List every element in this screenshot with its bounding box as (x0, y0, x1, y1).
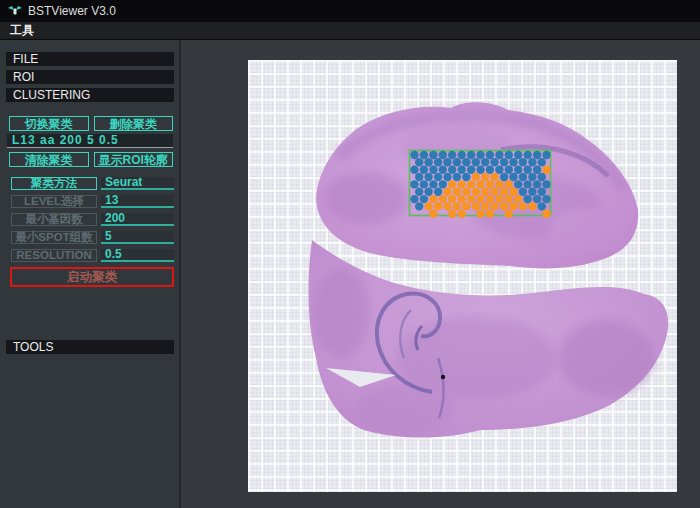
tissue-image (248, 60, 677, 492)
menu-item-tools[interactable]: 工具 (10, 22, 34, 39)
tissue-speck (441, 375, 445, 379)
app-icon (8, 6, 22, 17)
start-cluster-highlight-box: 启动聚类 (10, 267, 174, 287)
min-genes-button[interactable]: 最小基因数 (11, 213, 97, 226)
switch-cluster-button[interactable]: 切换聚类 (9, 116, 89, 131)
delete-cluster-button[interactable]: 删除聚类 (94, 116, 174, 131)
clustering-panel: 切换聚类 删除聚类 L13 aa 200 5 0.5 清除聚类 显示ROI轮廓 … (0, 116, 179, 287)
show-roi-outline-button[interactable]: 显示ROI轮廓 (94, 152, 174, 167)
cluster-params: 聚类方法 Seurat LEVEL选择 13 最小基因数 200 最小SPOT组… (0, 177, 179, 262)
section-header-clustering[interactable]: CLUSTERING (6, 88, 174, 102)
param-row-method: 聚类方法 Seurat (11, 177, 174, 190)
min-spot-button[interactable]: 最小SPOT组数 (11, 231, 97, 244)
left-panel: FILE ROI CLUSTERING 切换聚类 删除聚类 L13 aa 200… (0, 40, 181, 508)
menu-bar: 工具 (0, 22, 700, 40)
cluster-method-button[interactable]: 聚类方法 (11, 177, 97, 190)
section-header-tools[interactable]: TOOLS (6, 340, 174, 354)
param-row-min-genes: 最小基因数 200 (11, 213, 174, 226)
resolution-button[interactable]: RESOLUTION (11, 249, 97, 262)
level-select-button[interactable]: LEVEL选择 (11, 195, 97, 208)
level-select-value[interactable]: 13 (101, 195, 174, 208)
title-bar: BSTViewer V3.0 (0, 0, 700, 22)
tissue-slide-canvas[interactable] (248, 60, 677, 492)
param-row-resolution: RESOLUTION 0.5 (11, 249, 174, 262)
start-cluster-button[interactable]: 启动聚类 (12, 269, 172, 285)
clear-cluster-button[interactable]: 清除聚类 (9, 152, 89, 167)
min-genes-value[interactable]: 200 (101, 213, 174, 226)
param-row-min-spot: 最小SPOT组数 5 (11, 231, 174, 244)
section-header-roi[interactable]: ROI (6, 70, 174, 84)
cluster-method-value[interactable]: Seurat (101, 177, 174, 190)
section-header-file[interactable]: FILE (6, 52, 174, 66)
window-title: BSTViewer V3.0 (28, 4, 116, 18)
param-row-level: LEVEL选择 13 (11, 195, 174, 208)
resolution-value[interactable]: 0.5 (101, 249, 174, 262)
cluster-list-item[interactable]: L13 aa 200 5 0.5 (7, 134, 173, 148)
min-spot-value[interactable]: 5 (101, 231, 174, 244)
viewer-pane (181, 40, 700, 508)
